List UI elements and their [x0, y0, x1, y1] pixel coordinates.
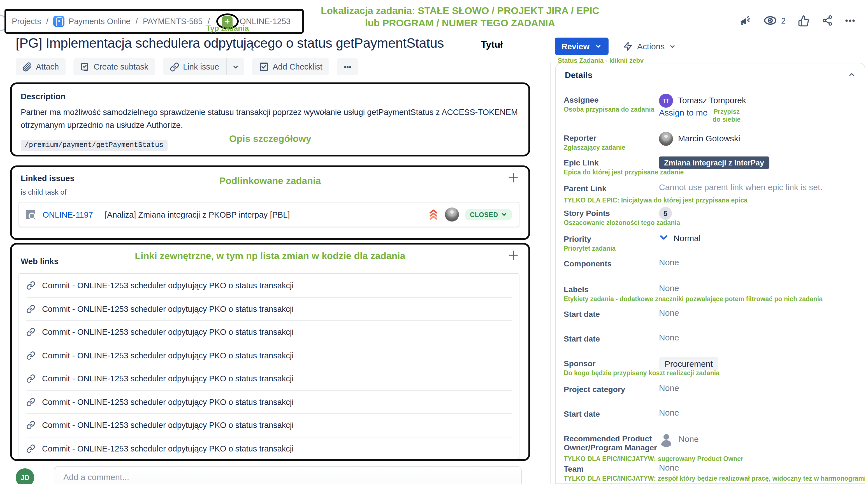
vote-thumbs-up-icon[interactable] — [797, 14, 810, 27]
field-priority: Priority Normal Priorytet zadania — [564, 233, 857, 257]
lightning-icon — [623, 41, 633, 51]
issue-type-task-icon — [26, 210, 35, 219]
details-panel: Details Assignee TT Tomasz Tomporek Osob… — [555, 63, 865, 484]
start-date-value: None — [659, 308, 679, 333]
link-relation-label: is child task of — [21, 188, 520, 196]
web-link-label: Commit - ONLINE-1253 scheduler odpytując… — [42, 328, 293, 337]
share-icon[interactable] — [822, 15, 833, 26]
sponsor-badge: Procurement — [659, 357, 718, 370]
web-links-annotation: Linki zewnętrzne, w tym np lista zmian w… — [12, 251, 528, 262]
linked-issue-summary: [Analiza] Zmiana integracji z PKOBP inte… — [105, 210, 290, 219]
watch-eye-icon[interactable] — [763, 13, 777, 27]
web-link-label: Commit - ONLINE-1253 scheduler odpytując… — [42, 444, 293, 453]
epic-link-badge[interactable]: Zmiana integracji z InterPay — [659, 156, 769, 169]
toolbar-more-button[interactable] — [337, 58, 358, 75]
web-link-row[interactable]: Commit - ONLINE-1253 scheduler odpytując… — [26, 413, 512, 436]
web-link-label: Commit - ONLINE-1253 scheduler odpytując… — [42, 351, 293, 360]
field-start-date-3: Start date None — [564, 408, 857, 432]
add-web-link-button[interactable] — [507, 249, 520, 264]
web-link-label: Commit - ONLINE-1253 scheduler odpytując… — [42, 421, 293, 430]
priority-high-icon — [428, 209, 438, 220]
breadcrumb-projects[interactable]: Projects — [12, 17, 41, 26]
web-links-list: Commit - ONLINE-1253 scheduler odpytując… — [19, 273, 520, 459]
subtask-icon — [80, 62, 90, 72]
issue-toolbar: Attach Create subtask Link i — [16, 58, 358, 75]
link-icon — [26, 281, 35, 290]
link-icon — [26, 374, 35, 383]
link-icon — [26, 444, 35, 453]
field-labels: Labels None Etykiety zadania - dodatkowe… — [564, 283, 857, 308]
location-annotation: Lokalizacja zadania: STAŁE SŁOWO / PROJE… — [312, 5, 609, 30]
status-review-button[interactable]: Review — [555, 37, 609, 55]
add-checklist-button[interactable]: Add Checklist — [252, 58, 329, 75]
components-value: None — [659, 257, 679, 283]
attach-button[interactable]: Attach — [16, 58, 66, 75]
paperclip-icon — [23, 62, 32, 72]
recommended-po-value: None — [679, 432, 699, 444]
content-divider — [550, 62, 551, 484]
web-link-label: Commit - ONLINE-1253 scheduler odpytując… — [42, 374, 293, 383]
jira-issue-page: Projects Payments Online PAYMENTS-585 ON… — [0, 0, 868, 484]
create-subtask-button[interactable]: Create subtask — [73, 58, 155, 75]
field-project-category: Project category None — [564, 383, 857, 408]
link-icon — [26, 328, 35, 337]
link-icon — [26, 305, 35, 314]
more-actions-icon[interactable] — [845, 16, 856, 25]
current-user-avatar: JD — [16, 468, 34, 484]
breadcrumb-project[interactable]: Payments Online — [69, 17, 130, 26]
story-points-badge: 5 — [659, 207, 672, 220]
field-reporter: Reporter Marcin Gotowski Zgłaszający zad… — [564, 132, 857, 156]
assign-to-me-link[interactable]: Assign to me — [659, 108, 708, 117]
assign-annotation: Przypisz do siebie — [713, 108, 741, 124]
link-issue-button[interactable]: Link issue — [163, 58, 226, 75]
assignee-name: Tomasz Tomporek — [678, 94, 746, 105]
web-link-row[interactable]: Commit - ONLINE-1253 scheduler odpytując… — [26, 274, 512, 297]
feedback-megaphone-icon[interactable] — [739, 14, 751, 27]
link-issue-dropdown[interactable] — [227, 58, 244, 75]
chevron-down-icon — [232, 63, 239, 70]
description-header: Description — [21, 92, 520, 101]
person-icon — [659, 432, 674, 447]
title-annotation: Tytuł — [481, 39, 503, 51]
web-link-row[interactable]: Commit - ONLINE-1253 scheduler odpytując… — [26, 390, 512, 413]
collapse-chevron-icon[interactable] — [848, 71, 856, 79]
priority-normal-icon — [659, 233, 669, 242]
field-assignee: Assignee TT Tomasz Tomporek Osoba przypi… — [564, 94, 857, 132]
web-links-section: Linki zewnętrzne, w tym np lista zmian w… — [10, 243, 530, 461]
web-link-label: Commit - ONLINE-1253 scheduler odpytując… — [42, 398, 293, 407]
field-parent-link: Parent Link Cannot use parent link when … — [564, 182, 857, 207]
link-issue-split-button: Link issue — [163, 58, 244, 75]
web-link-row[interactable]: Commit - ONLINE-1253 scheduler odpytując… — [26, 343, 512, 367]
issue-type-annotation: Typ zadania — [188, 24, 267, 32]
description-code: /premium/payment/getPaymentStatus — [21, 140, 167, 151]
linked-issue-row[interactable]: ONLINE-1197 [Analiza] Zmiana integracji … — [19, 202, 520, 227]
linked-issue-key[interactable]: ONLINE-1197 — [42, 210, 93, 219]
field-components: Components None — [564, 257, 857, 283]
add-comment-input[interactable] — [54, 466, 522, 484]
priority-value: Normal — [674, 233, 701, 243]
link-icon — [169, 62, 179, 72]
field-recommended-po: Recommended Product Owner/Program Manage… — [564, 432, 857, 463]
description-annotation: Opis szczegółowy — [229, 134, 311, 145]
issue-header-actions: 2 — [739, 13, 856, 27]
link-icon — [26, 421, 35, 430]
page-title: [PG] Implementacja schedulera odpytujące… — [16, 35, 444, 51]
web-link-label: Commit - ONLINE-1253 scheduler odpytując… — [42, 281, 293, 290]
field-start-date-1: Start date None — [564, 308, 857, 333]
web-links-header: Web links — [21, 257, 59, 266]
linked-issues-annotation: Podlinkowane zadania — [12, 175, 528, 187]
actions-button[interactable]: Actions — [623, 41, 676, 51]
web-link-row[interactable]: Commit - ONLINE-1253 scheduler odpytując… — [26, 367, 512, 390]
start-date-value: None — [659, 333, 679, 357]
field-story-points: Story Points 5 Oszacowanie złożoności te… — [564, 207, 857, 233]
web-link-row[interactable]: Commit - ONLINE-1253 scheduler odpytując… — [26, 320, 512, 343]
web-link-row[interactable]: Commit - ONLINE-1253 scheduler odpytując… — [26, 297, 512, 320]
web-link-row[interactable]: Commit - ONLINE-1253 scheduler odpytując… — [26, 436, 512, 459]
field-team: Team None TYLKO DLA EPIC/INICJATYW: zesp… — [564, 463, 857, 484]
reporter-name: Marcin Gotowski — [678, 132, 740, 143]
linked-issue-status-badge[interactable]: CLOSED — [465, 209, 512, 220]
add-linked-issue-button[interactable] — [507, 172, 520, 186]
link-icon — [26, 398, 35, 407]
details-title: Details — [565, 70, 592, 79]
breadcrumb-separator — [46, 17, 49, 26]
